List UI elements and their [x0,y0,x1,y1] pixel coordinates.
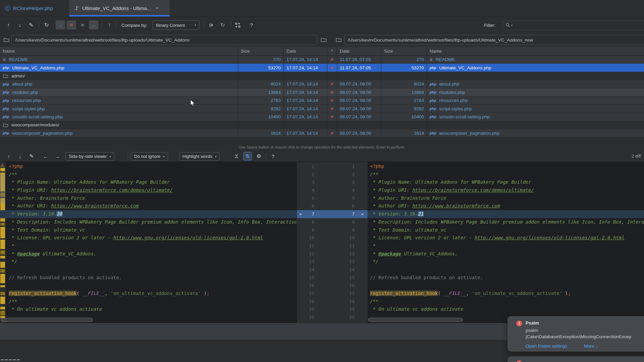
diff-settings-button[interactable]: ⚙ [255,152,263,161]
search-options-chevron-icon[interactable]: ▾ [511,24,513,27]
table-row[interactable]: phpscript-styles.php928217.07.24, 14:14≠… [0,105,644,113]
prev-difference-button[interactable]: ↑ [4,20,13,29]
table-cell: 270 [381,56,427,64]
table-row[interactable]: phpresources.php278317.07.24, 14:14≠08.0… [0,97,644,105]
next-difference-button[interactable]: ↓ [15,20,24,29]
show-new-on-left-toggle[interactable]: → [56,20,65,29]
right-code-pane[interactable]: <?php/** * Plugin Name: Ultimate Addons … [368,162,644,323]
column-header[interactable]: Size [381,47,427,56]
diff-edit-button[interactable]: ✎ [27,152,36,161]
code-line: * Author: Brainstorm Force [370,194,644,202]
collapse-icon [234,154,239,159]
table-row[interactable]: phpUltimate_VC_Addons.php5327017.07.24, … [0,64,644,72]
table-row[interactable]: admin/ [0,72,644,80]
code-line: */ [370,258,644,266]
table-row[interactable]: ≡README27017.07.24, 14:14≠11.07.24, 07:0… [0,56,644,64]
resume-icon [209,23,214,27]
show-equal-toggle[interactable]: = [78,20,87,29]
table-row[interactable]: phpwoocomposer_pagination.php161417.07.2… [0,129,644,137]
column-header[interactable]: Size [238,47,284,56]
text-file-icon: ≡ [430,57,433,62]
psalm-notification[interactable]: ! Psalm psalm: [Cake\Database\Exception\… [507,316,644,352]
horizontal-scrollbar[interactable] [368,318,463,322]
more-link[interactable]: More ⌄ [584,344,599,349]
table-cell: 9282 [238,105,284,113]
sync-scrolling-toggle[interactable]: ⇅ [243,152,252,161]
left-code-pane[interactable]: ⚠ <?php/** * Plugin Name: Ultimate Addon… [0,162,297,323]
browse-folder-icon[interactable] [321,37,327,42]
collapse-unchanged-button[interactable] [232,152,241,161]
hint-text: Use Space button or mouse click to chang… [238,145,405,149]
right-path-field[interactable]: /Users/kevin/Documents/sunlime/alfred/we… [344,35,644,45]
apply-left-icon[interactable]: « [361,210,364,218]
table-row[interactable]: phpmodules.php1388417.07.24, 14:14≠08.07… [0,88,644,97]
gutter-row: 1111 [297,242,368,250]
table-cell: ≡README [427,56,644,64]
compare-by-label: Compare by: [121,23,147,28]
column-header[interactable]: Name [0,47,238,56]
viewer-mode-value: Side-by-side viewer [69,154,107,159]
swap-sides-button[interactable] [233,20,243,29]
folder-icon [336,37,342,42]
gutter-row: 1717 [297,290,368,298]
pencil-icon: ✎ [30,153,34,159]
php-file-icon: php [430,107,436,111]
folder-icon [3,123,8,127]
tab-diff-ultimate-vc-addons[interactable]: Ultimate_VC_Addons - Ultima... × [69,0,170,16]
left-path-field[interactable]: /Users/kevin/Documents/sunlime/alfred/we… [11,35,317,45]
show-new-on-right-toggle[interactable]: ← [89,20,98,29]
apply-right-icon[interactable]: » [299,210,302,218]
column-header[interactable]: Name [427,47,644,56]
table-cell: ≠ [327,64,337,72]
code-line: * Description: Includes WPBakery Page Bu… [370,218,644,226]
table-row[interactable]: phpsmooth-scroll-setting.php1040017.07.2… [0,113,644,121]
table-cell: phpUltimate_VC_Addons.php [427,64,644,72]
table-cell: 17.07.24, 14:14 [284,97,327,105]
diff-prev-change-button[interactable]: ↑ [4,152,13,161]
filter-search-input[interactable]: ▾ [502,20,644,30]
column-header[interactable]: Date [337,47,381,56]
arrow-up-icon: ↑ [7,154,10,159]
chevron-down-icon: ⌄ [596,344,599,348]
table-cell: ≠ [327,105,337,113]
close-icon[interactable]: × [156,5,159,11]
resume-button[interactable] [207,20,216,29]
php-file-icon: php [3,131,9,135]
compare-by-dropdown[interactable]: Binary Content ▾ [153,20,200,30]
ignore-policy-dropdown[interactable]: Do not ignore ▾ [131,152,168,161]
table-row[interactable]: phpabout.php802417.07.24, 14:14≠08.07.24… [0,80,644,88]
viewer-mode-dropdown[interactable]: Side-by-side viewer ▾ [65,152,114,161]
table-cell: 11.07.24, 07:05 [337,64,381,72]
tab-rclonehelper[interactable]: C RCloneHelper.php [0,0,58,16]
diff-next-change-button[interactable]: ↓ [16,152,24,161]
redo-button[interactable]: ↻ [218,20,227,29]
table-cell [284,121,327,129]
diff-help-button[interactable]: ? [269,152,277,161]
code-line: * [9,242,297,250]
refresh-button[interactable]: ↻ [42,20,51,29]
notification-line1: psalm: [526,328,539,333]
refresh-icon: ↻ [44,22,49,28]
second-notification[interactable]: ! [507,356,644,362]
table-row[interactable]: woocomposer/modules/ [0,121,644,129]
diff-gutter: 112233445566»«77889910101111121213131414… [297,162,368,323]
column-header[interactable]: Date [284,47,327,56]
gutter-row: 2020 [297,313,368,321]
table-cell [284,72,327,80]
table-cell: 17.07.24, 14:14 [284,88,327,97]
horizontal-scrollbar[interactable] [1,318,93,322]
show-difference-toggle[interactable]: ≠ [67,20,76,29]
diff-back-button[interactable]: ← [41,152,50,161]
table-cell: 17.07.24, 14:14 [284,56,327,64]
edit-button[interactable]: ✎ [26,20,36,29]
php-class-icon: C [5,5,10,11]
table-cell: ≠ [327,113,337,121]
open-psalm-settings-link[interactable]: Open Psalm settings [526,344,568,349]
column-header[interactable]: * [327,47,337,56]
code-line: * [370,242,644,250]
diff-forward-button[interactable]: → [53,152,62,161]
highlight-policy-dropdown[interactable]: Highlight words ▾ [179,152,220,161]
code-line: * Plugin Name: Ultimate Addons for WPBak… [9,178,297,186]
help-button[interactable]: ? [247,20,256,29]
branch-compare-button[interactable] [105,20,114,29]
